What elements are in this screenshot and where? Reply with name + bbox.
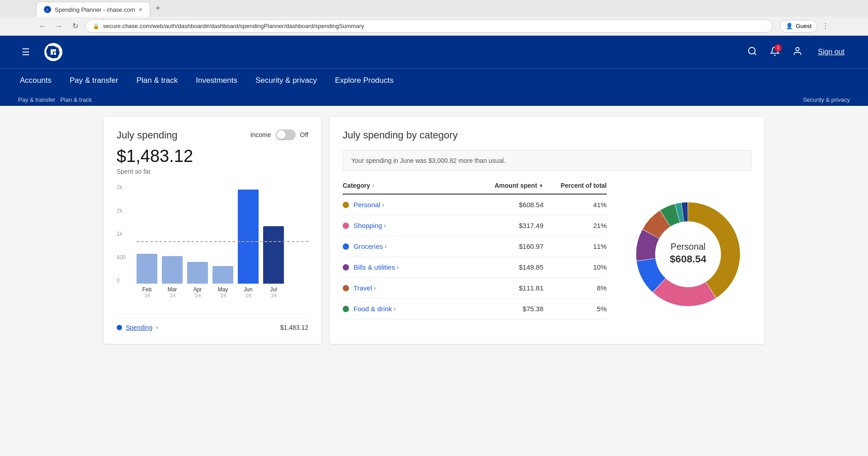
chart-area: 2k 2k 1k 600 0 <box>117 184 308 284</box>
percent-food: 5% <box>543 305 607 313</box>
svg-point-6 <box>749 47 755 54</box>
bar-may <box>212 266 233 284</box>
chevron-travel: › <box>374 285 376 291</box>
cat-name-food[interactable]: Food & drink › <box>354 305 396 313</box>
reload-button[interactable]: ↻ <box>69 20 81 33</box>
dot-bills <box>343 264 349 271</box>
donut-center-value-text: $608.54 <box>670 253 707 265</box>
spending-label: Spent so far <box>117 168 308 175</box>
chase-topbar: ☰ 1 <box>0 36 868 68</box>
active-tab[interactable]: C Spending Planner - chase.com × <box>36 2 150 17</box>
cat-name-personal[interactable]: Personal › <box>354 201 384 209</box>
notice-text: Your spending in June was $3,000.82 more… <box>351 157 505 164</box>
bar-feb-rect[interactable] <box>137 254 157 284</box>
percent-bills: 10% <box>543 263 607 271</box>
cat-name-shopping[interactable]: Shopping › <box>354 222 386 229</box>
tab-close-button[interactable]: × <box>139 6 142 13</box>
nav-item-accounts[interactable]: Accounts <box>11 69 61 94</box>
amount-groceries: $160.97 <box>480 242 543 250</box>
url-bar[interactable]: 🔒 secure.chase.com/web/auth/dashboard#/d… <box>85 19 773 33</box>
amount-food: $75.38 <box>480 305 543 313</box>
notification-button[interactable]: 1 <box>767 43 783 61</box>
table-row-food: Food & drink › $75.38 5% <box>343 299 607 319</box>
svg-text:C: C <box>46 8 48 11</box>
income-label: Income <box>250 131 271 138</box>
amount-sort-icon: ▼ <box>539 183 543 188</box>
x-label-feb: Feb '24 <box>137 286 157 298</box>
browser-menu-button[interactable]: ⋮ <box>819 20 832 33</box>
july-spending-panel: July spending Income Off $1,483.12 Spent… <box>104 117 321 344</box>
forward-button[interactable]: → <box>52 20 65 33</box>
browser-profile-button[interactable]: 👤 Guest <box>780 20 817 33</box>
bar-jul-rect[interactable] <box>263 226 284 284</box>
chevron-bills: › <box>397 264 399 271</box>
scroll-left-text: Pay & transfer Plan & track <box>18 96 92 103</box>
bar-jul <box>263 226 284 284</box>
nav-item-explore-products[interactable]: Explore Products <box>326 69 402 94</box>
legend-value: $1,483.12 <box>280 324 308 331</box>
chase-nav-icons: 1 Sign out <box>745 43 850 61</box>
chase-logo[interactable] <box>44 43 62 61</box>
scroll-indicator-bar: Pay & transfer Plan & track Security & p… <box>0 94 868 106</box>
nav-item-plan-track[interactable]: Plan & track <box>127 69 187 94</box>
bar-feb <box>137 254 157 284</box>
bar-jun-rect[interactable] <box>238 190 259 284</box>
account-icon-button[interactable] <box>790 43 805 61</box>
amount-shopping: $317.49 <box>480 222 543 229</box>
amount-personal: $608.54 <box>480 201 543 209</box>
notification-badge: 1 <box>774 44 782 52</box>
profile-label: Guest <box>796 23 811 29</box>
legend-spending-link[interactable]: Spending <box>126 324 152 331</box>
chevron-shopping: › <box>384 223 386 229</box>
nav-item-security-privacy[interactable]: Security & privacy <box>246 69 326 94</box>
bar-apr <box>187 262 208 284</box>
col-header-category[interactable]: Category ↕ <box>343 182 480 189</box>
back-button[interactable]: ← <box>36 20 49 33</box>
col-header-amount[interactable]: Amount spent ▼ <box>480 182 543 189</box>
chase-header: ☰ 1 <box>0 36 868 94</box>
chart-legend: Spending › $1,483.12 <box>117 318 308 331</box>
amount-bills: $149.85 <box>480 263 543 271</box>
search-button[interactable] <box>745 43 760 61</box>
browser-actions: 👤 Guest ⋮ <box>780 20 832 33</box>
x-label-mar: Mar '24 <box>162 286 183 298</box>
dot-travel <box>343 285 349 291</box>
signout-button[interactable]: Sign out <box>812 45 850 59</box>
nav-item-pay-transfer[interactable]: Pay & transfer <box>61 69 127 94</box>
y-label-1k: 1k <box>117 231 126 237</box>
url-text: secure.chase.com/web/auth/dashboard#/das… <box>103 23 765 29</box>
dot-shopping <box>343 223 349 229</box>
hamburger-menu-button[interactable]: ☰ <box>18 43 33 61</box>
spending-amount: $1,483.12 <box>117 147 308 166</box>
cat-name-bills[interactable]: Bills & utilities › <box>354 263 399 271</box>
bar-may-rect[interactable] <box>212 266 233 284</box>
bars-container <box>117 184 308 284</box>
donut-center-name-text: Personal <box>670 242 705 252</box>
col-personal: Personal › <box>354 201 480 209</box>
percent-shopping: 21% <box>543 222 607 229</box>
x-label-jul: Jul '24 <box>263 286 284 298</box>
svg-rect-5 <box>54 52 56 55</box>
table-header: Category ↕ Amount spent ▼ Percent of tot… <box>343 182 607 195</box>
cat-name-groceries[interactable]: Groceries › <box>354 242 387 250</box>
income-toggle[interactable] <box>276 129 296 140</box>
category-area: Category ↕ Amount spent ▼ Percent of tot… <box>343 182 751 327</box>
svg-point-8 <box>796 47 799 50</box>
percent-travel: 8% <box>543 284 607 292</box>
cat-name-travel[interactable]: Travel › <box>354 284 376 292</box>
dot-groceries <box>343 243 349 250</box>
chevron-personal: › <box>382 202 384 208</box>
y-label-2k-top: 2k <box>117 184 126 190</box>
new-tab-button[interactable]: + <box>150 0 166 17</box>
x-label-may: May '24 <box>212 286 233 298</box>
bar-apr-rect[interactable] <box>187 262 208 284</box>
right-panel-title: July spending by category <box>343 129 751 141</box>
nav-item-investments[interactable]: Investments <box>187 69 246 94</box>
bar-mar-rect[interactable] <box>162 256 183 284</box>
bar-jun <box>238 190 259 284</box>
lock-icon: 🔒 <box>93 23 99 29</box>
x-labels: Feb '24 Mar '24 Apr '24 May '24 Jun '2 <box>117 286 308 298</box>
legend-chevron: › <box>156 324 158 331</box>
tab-favicon: C <box>44 6 51 13</box>
col-header-percent: Percent of total <box>543 182 607 189</box>
